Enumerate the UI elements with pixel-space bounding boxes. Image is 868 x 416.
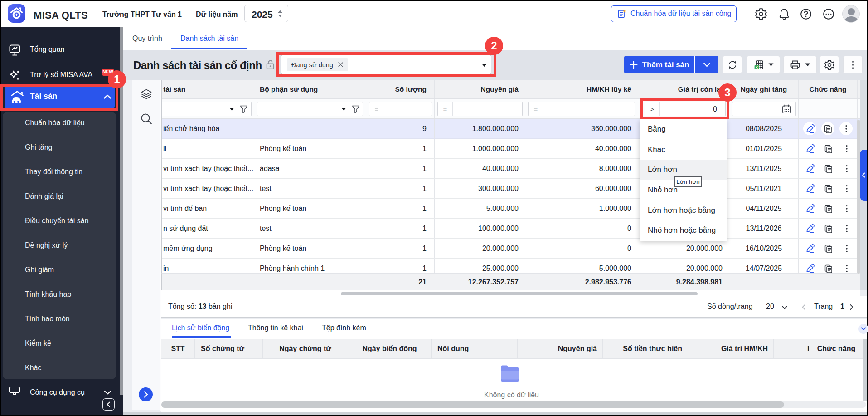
svg-text:X: X	[755, 65, 758, 69]
